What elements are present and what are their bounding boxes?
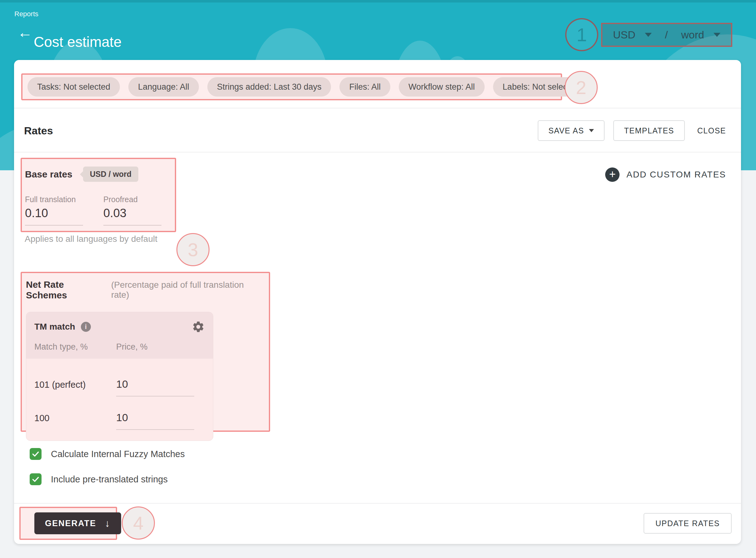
checkbox-checked-icon (30, 448, 42, 460)
update-rates-button[interactable]: UPDATE RATES (644, 513, 732, 534)
close-button[interactable]: CLOSE (695, 120, 729, 141)
currency-dropdown[interactable]: USD (613, 29, 652, 41)
save-as-button[interactable]: SAVE AS (538, 120, 604, 141)
annotation-box-net-rate-schemes: Net Rate Schemes (Percentage paid of ful… (21, 272, 270, 432)
close-label: CLOSE (697, 126, 726, 135)
proofread-label: Proofread (103, 195, 161, 204)
full-translation-input[interactable]: 0.10 (25, 206, 83, 226)
page-title: Cost estimate (34, 35, 122, 49)
back-arrow-icon[interactable]: ← (18, 25, 32, 40)
price-input[interactable]: 10 (116, 378, 194, 397)
report-card: Tasks: Not selected Language: All String… (14, 60, 741, 544)
cost-estimate-page: Reports ← Cost estimate USD / word 1 Tas… (0, 0, 756, 558)
annotation-step-4: 4 (122, 506, 155, 539)
filter-chip-files[interactable]: Files: All (340, 77, 390, 97)
gear-icon[interactable] (192, 320, 205, 333)
unit-value: word (681, 29, 704, 41)
proofread-input[interactable]: 0.03 (103, 206, 161, 226)
option-label: Calculate Internal Fuzzy Matches (51, 449, 185, 459)
templates-button[interactable]: TEMPLATES (613, 120, 684, 141)
annotation-box-currency: USD / word (601, 23, 732, 47)
match-type-value: 101 (perfect) (34, 380, 116, 390)
price-column-header: Price, % (116, 342, 148, 352)
tm-match-title: TM match (34, 322, 75, 332)
update-rates-label: UPDATE RATES (655, 519, 720, 528)
breadcrumb[interactable]: Reports (15, 10, 38, 18)
option-label: Include pre-translated strings (51, 474, 168, 485)
save-as-label: SAVE AS (548, 126, 584, 135)
unit-dropdown[interactable]: word (681, 29, 721, 41)
tm-match-card: TM match i Match type, % Price, % 10 (26, 312, 213, 441)
filter-chip-tasks[interactable]: Tasks: Not selected (27, 77, 120, 97)
proofread-field: Proofread 0.03 (103, 195, 161, 226)
divider (14, 152, 741, 152)
filter-chip-strings-added[interactable]: Strings added: Last 30 days (207, 77, 331, 97)
match-type-column-header: Match type, % (34, 342, 116, 352)
info-icon[interactable]: i (81, 322, 91, 332)
match-type-value: 100 (34, 413, 116, 423)
rates-header-row: Rates SAVE AS TEMPLATES CLOSE (24, 112, 729, 149)
base-rates-title: Base rates (25, 169, 73, 180)
net-rate-schemes-subtitle: (Percentage paid of full translation rat… (111, 280, 261, 300)
divider (14, 503, 741, 504)
price-input[interactable]: 10 (116, 411, 194, 430)
add-custom-rates-label: ADD CUSTOM RATES (626, 170, 726, 180)
table-row: 100 10 (34, 411, 205, 430)
add-custom-rates-button[interactable]: + ADD CUSTOM RATES (605, 168, 726, 182)
filter-chip-workflow-step[interactable]: Workflow step: All (399, 77, 485, 97)
chevron-down-icon (713, 33, 721, 37)
net-rate-schemes-title: Net Rate Schemes (26, 279, 106, 301)
table-row: 101 (perfect) 10 (34, 378, 205, 397)
header-top-strip (0, 0, 756, 2)
annotation-box-generate: GENERATE ↓ (19, 507, 117, 540)
currency-unit-badge: USD / word (83, 167, 138, 182)
arrow-down-icon: ↓ (105, 518, 111, 529)
tm-match-header: TM match i Match type, % Price, % (26, 312, 213, 359)
annotation-step-3: 3 (177, 233, 210, 266)
filter-chip-language[interactable]: Language: All (128, 77, 199, 97)
generate-label: GENERATE (45, 518, 96, 528)
full-translation-field: Full translation 0.10 (25, 195, 83, 226)
checkbox-checked-icon (30, 473, 42, 485)
option-include-pre-translated-strings[interactable]: Include pre-translated strings (30, 472, 168, 487)
generate-button[interactable]: GENERATE ↓ (34, 512, 121, 534)
annotation-box-filters: Tasks: Not selected Language: All String… (21, 73, 562, 100)
rates-title: Rates (24, 125, 53, 137)
tm-match-body: 101 (perfect) 10 100 10 (26, 359, 213, 440)
templates-label: TEMPLATES (624, 126, 674, 135)
currency-unit-separator: / (665, 29, 668, 41)
full-translation-label: Full translation (25, 195, 83, 204)
chevron-down-icon (589, 129, 594, 132)
divider (14, 108, 741, 108)
currency-value: USD (613, 29, 636, 41)
annotation-step-2: 2 (565, 71, 598, 104)
chevron-down-icon (645, 33, 652, 37)
option-calculate-internal-fuzzy-matches[interactable]: Calculate Internal Fuzzy Matches (30, 447, 185, 461)
base-rates-note: Applies to all languages by default (25, 234, 157, 244)
annotation-box-base-rates: Base rates USD / word Full translation 0… (21, 158, 176, 232)
annotation-step-1: 1 (565, 18, 598, 51)
plus-icon: + (605, 168, 620, 182)
